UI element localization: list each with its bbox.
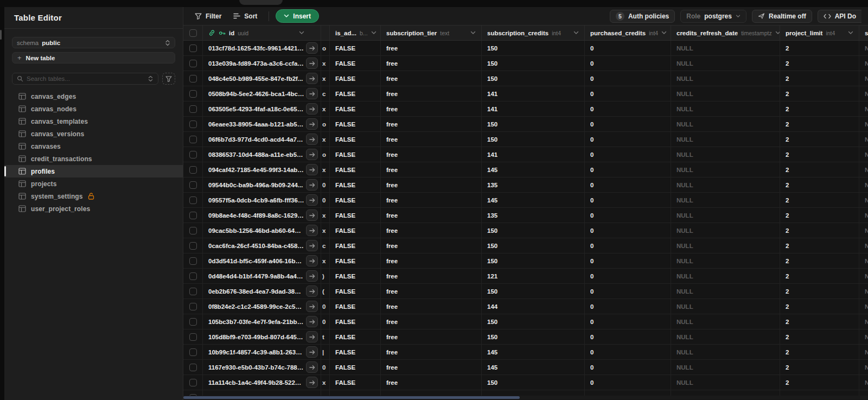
cell-is-admin[interactable]: FALSE — [330, 238, 381, 253]
column-header-su[interactable]: su — [859, 26, 868, 40]
cell-is-admin[interactable]: FALSE — [330, 253, 381, 268]
sort-button[interactable]: Sort — [228, 10, 262, 22]
row-checkbox[interactable] — [189, 90, 197, 98]
cell-id[interactable]: 0eb2b676-38ed-4ea7-9dad-38e6... — [203, 284, 321, 299]
cell-project-limit[interactable]: 2 — [780, 299, 859, 314]
cell-clipped-last[interactable]: NULL — [859, 162, 868, 177]
cell-subscription-credits[interactable]: 150 — [482, 284, 585, 299]
cell-subscription-tier[interactable]: free — [381, 299, 482, 314]
cell-is-admin[interactable]: FALSE — [330, 223, 381, 238]
cell-purchased-credits[interactable]: 0 — [585, 56, 671, 71]
cell-credits-refresh-date[interactable]: NULL — [671, 177, 780, 192]
cell-clipped-last[interactable]: NULL — [859, 375, 868, 390]
cell-clipped[interactable]: 0 — [321, 193, 330, 207]
cell-subscription-tier[interactable]: free — [381, 132, 482, 147]
cell-clipped-last[interactable]: NULL — [859, 314, 868, 329]
cell-credits-refresh-date[interactable]: NULL — [671, 86, 780, 101]
cell-credits-refresh-date[interactable]: NULL — [671, 147, 780, 162]
cell-credits-refresh-date[interactable]: NULL — [671, 314, 780, 329]
cell-subscription-tier[interactable]: free — [381, 193, 482, 207]
cell-purchased-credits[interactable]: 0 — [585, 329, 671, 344]
cell-purchased-credits[interactable]: 0 — [585, 253, 671, 268]
expand-row-button[interactable] — [306, 285, 318, 297]
cell-purchased-credits[interactable]: 0 — [585, 162, 671, 177]
row-checkbox[interactable] — [189, 60, 197, 67]
cell-project-limit[interactable]: 2 — [780, 41, 859, 55]
cell-subscription-tier[interactable]: free — [381, 117, 482, 131]
sidebar-item-canvases[interactable]: canvases — [4, 140, 183, 153]
cell-purchased-credits[interactable]: 0 — [585, 284, 671, 299]
column-menu-chevron-icon[interactable] — [470, 31, 476, 35]
cell-id[interactable]: 09cac5bb-1256-46bd-ab60-64ed... — [203, 223, 321, 238]
cell-clipped-last[interactable]: NULL — [859, 329, 868, 344]
cell-is-admin[interactable]: FALSE — [330, 132, 381, 147]
cell-project-limit[interactable]: 2 — [780, 314, 859, 329]
table-filter-button[interactable] — [162, 73, 175, 85]
cell-credits-refresh-date[interactable]: NULL — [671, 162, 780, 177]
cell-clipped[interactable]: o — [321, 117, 330, 131]
cell-subscription-tier[interactable]: free — [381, 253, 482, 268]
cell-id[interactable]: 09b8ae4e-f48c-4f89-8a8c-1629b... — [203, 208, 321, 223]
cell-clipped[interactable]: x — [321, 71, 330, 86]
cell-id[interactable]: 06f6b7d3-977d-4cd0-acd4-4a78... — [203, 132, 321, 147]
schema-select[interactable]: schema public — [12, 37, 175, 48]
cell-purchased-credits[interactable]: 0 — [585, 132, 671, 147]
expand-row-button[interactable] — [306, 88, 318, 99]
cell-credits-refresh-date[interactable]: NULL — [671, 132, 780, 147]
cell-subscription-credits[interactable]: 145 — [482, 162, 585, 177]
row-checkbox[interactable] — [189, 379, 197, 386]
cell-id[interactable]: 10b99c1f-4857-4c39-a8b1-263b8... — [203, 345, 321, 359]
cell-subscription-credits[interactable]: 141 — [482, 101, 585, 116]
cell-subscription-credits[interactable]: 145 — [482, 193, 585, 207]
column-header-subscription_credits[interactable]: subscription_creditsint4 — [482, 26, 585, 40]
cell-credits-refresh-date[interactable]: NULL — [671, 56, 780, 71]
filter-button[interactable]: Filter — [190, 10, 226, 22]
auth-policies-button[interactable]: 5 Auth policies — [610, 10, 675, 23]
cell-clipped[interactable]: ( — [321, 284, 330, 299]
cell-is-admin[interactable]: FALSE — [330, 56, 381, 71]
cell-is-admin[interactable]: FALSE — [330, 147, 381, 162]
expand-row-button[interactable] — [306, 225, 318, 236]
cell-project-limit[interactable]: 2 — [780, 238, 859, 253]
cell-project-limit[interactable]: 2 — [780, 253, 859, 268]
cell-project-limit[interactable]: 2 — [780, 71, 859, 86]
cell-clipped-last[interactable]: NULL — [859, 193, 868, 207]
cell-subscription-tier[interactable]: free — [381, 223, 482, 238]
row-checkbox[interactable] — [189, 348, 197, 356]
row-checkbox[interactable] — [189, 257, 197, 265]
cell-id[interactable]: 105bc3b7-03fe-4e7f-9efa-21bb40... — [203, 314, 321, 329]
cell-subscription-credits[interactable]: 150 — [482, 329, 585, 344]
cell-purchased-credits[interactable]: 0 — [585, 360, 671, 374]
cell-project-limit[interactable]: 2 — [780, 360, 859, 374]
row-checkbox[interactable] — [189, 318, 197, 326]
sidebar-item-canvas_versions[interactable]: canvas_versions — [4, 128, 183, 140]
expand-row-button[interactable] — [306, 301, 318, 312]
sidebar-item-profiles[interactable]: profiles — [4, 165, 183, 177]
cell-credits-refresh-date[interactable]: NULL — [671, 375, 780, 390]
cell-is-admin[interactable]: FALSE — [330, 329, 381, 344]
cell-subscription-tier[interactable]: free — [381, 314, 482, 329]
cell-clipped-last[interactable]: NULL — [859, 177, 868, 192]
cell-id[interactable]: 0d3d541d-bf5c-459f-a406-16b93... — [203, 253, 321, 268]
cell-project-limit[interactable]: 2 — [780, 375, 859, 390]
column-menu-chevron-icon[interactable] — [775, 31, 780, 35]
cell-purchased-credits[interactable]: 0 — [585, 314, 671, 329]
cell-project-limit[interactable]: 2 — [780, 56, 859, 71]
cell-is-admin[interactable]: FALSE — [330, 269, 381, 283]
cell-clipped[interactable]: x — [321, 101, 330, 116]
cell-clipped-last[interactable]: NULL — [859, 360, 868, 374]
cell-clipped[interactable]: x — [321, 132, 330, 147]
cell-id[interactable]: 0cac6fca-26cf-4510-84ba-c4580... — [203, 238, 321, 253]
row-checkbox[interactable] — [189, 196, 197, 204]
cell-credits-refresh-date[interactable]: NULL — [671, 329, 780, 344]
cell-purchased-credits[interactable]: 0 — [585, 238, 671, 253]
cell-subscription-tier[interactable]: free — [381, 162, 482, 177]
cell-is-admin[interactable]: FALSE — [330, 314, 381, 329]
cell-subscription-tier[interactable]: free — [381, 71, 482, 86]
cell-project-limit[interactable]: 2 — [780, 86, 859, 101]
cell-subscription-tier[interactable]: free — [381, 360, 482, 374]
cell-subscription-tier[interactable]: free — [381, 41, 482, 55]
cell-project-limit[interactable]: 2 — [780, 193, 859, 207]
row-checkbox[interactable] — [189, 227, 197, 234]
expand-row-button[interactable] — [306, 361, 318, 373]
